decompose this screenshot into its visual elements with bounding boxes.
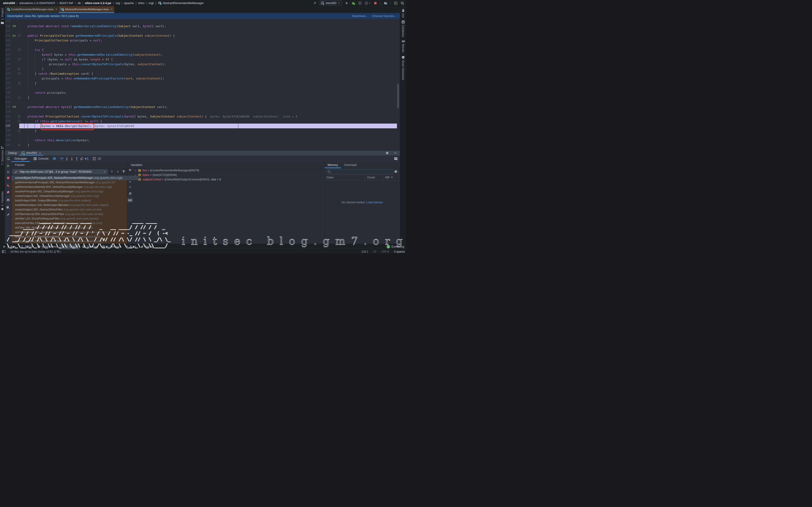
structure-icon[interactable] — [1, 146, 4, 149]
build-hammer-icon[interactable] — [312, 1, 317, 5]
drop-frame-icon[interactable] — [79, 156, 84, 161]
fold-marker-start[interactable] — [18, 72, 20, 75]
project-structure-icon[interactable] — [383, 1, 388, 5]
toolwindow-stripe-label[interactable]: 2: Favorites — [1, 191, 4, 206]
code-line-115[interactable]: 115 — [5, 19, 400, 24]
fold-marker-start[interactable] — [18, 120, 20, 123]
memory-tab-memory[interactable]: Memory — [324, 162, 341, 168]
step-into-icon[interactable] — [64, 156, 69, 161]
breadcrumb-item[interactable]: shiro — [138, 1, 144, 5]
breadcrumb-item[interactable]: apache — [124, 1, 134, 5]
close-icon[interactable]: ✕ — [39, 152, 41, 155]
frame-row[interactable]: buildWebSubject:148, WebSubject$Builder … — [11, 203, 127, 207]
hide-panel-icon[interactable] — [393, 151, 398, 156]
column-diff[interactable]: Diff — [385, 176, 393, 179]
star-icon[interactable] — [1, 207, 4, 211]
frame-row[interactable]: doFilterInternal:359, AbstractShiroFilte… — [11, 212, 127, 216]
run-button-icon[interactable] — [345, 1, 349, 5]
rerun-icon[interactable] — [5, 156, 11, 162]
frame-row[interactable]: doFilter:119, OncePerRequestFilter (org.… — [11, 234, 127, 239]
fold-marker-end[interactable] — [18, 67, 20, 70]
code-line-127[interactable]: 127 principals = this.onRememberedPrinci… — [5, 76, 400, 81]
code-line-135[interactable]: 135 protected PrincipalCollection conver… — [5, 114, 400, 119]
toolwindow-stripe-label[interactable]: Database — [401, 25, 405, 37]
profiler-icon[interactable] — [364, 1, 371, 5]
run-to-cursor-icon[interactable] — [84, 156, 89, 161]
toolwindow-stripe-label[interactable]: Ant — [401, 13, 405, 18]
code-line-130[interactable]: 130 return principals; — [5, 90, 400, 95]
breadcrumb-item[interactable]: CAbstractRememberMeManager — [158, 1, 204, 5]
toolwindow-button-services[interactable]: 8: Services — [100, 244, 123, 250]
toolwindow-button-debug[interactable]: 5: Debug — [59, 244, 80, 250]
breadcrumb-item[interactable]: lib — [78, 1, 81, 5]
code-line-133[interactable]: 133I protected abstract byte[] getRememb… — [5, 105, 400, 109]
project-folder-icon[interactable] — [1, 21, 4, 24]
frame-row[interactable]: doFilterInternal:100, RequestContextFilt… — [11, 230, 127, 234]
toolwindow-button-problems[interactable]: 6: Problems — [35, 244, 59, 250]
stop-button-icon[interactable] — [373, 1, 378, 5]
copy-value-icon[interactable] — [129, 192, 132, 195]
code-line-120[interactable]: 120 — [5, 43, 400, 48]
coverage-icon[interactable] — [358, 1, 362, 5]
resume-icon[interactable] — [5, 163, 11, 169]
run-config-selector[interactable]: shiro550 — [319, 1, 342, 5]
toolwindow-button-todo[interactable]: TODO — [18, 244, 35, 250]
fold-marker-end[interactable] — [18, 96, 20, 99]
debug-tab-console[interactable]: Console — [30, 156, 52, 162]
indent-indicator[interactable]: 4 spaces — [394, 250, 405, 253]
filter-frames-icon[interactable] — [122, 170, 125, 173]
pin-icon[interactable] — [5, 212, 11, 218]
toolwindow-stripe-label[interactable]: 1: Project — [1, 8, 4, 20]
code-line-124[interactable]: 124 principals = this.convertBytesToPrin… — [5, 62, 400, 66]
fold-marker-start[interactable] — [18, 115, 20, 118]
toolwindow-button-run[interactable]: 4: Run — [0, 244, 18, 250]
frame-row[interactable]: internalDoFilter:193, ApplicationFilterC… — [11, 221, 127, 225]
tool-window-toggle-icon[interactable] — [1, 249, 6, 254]
frame-up-icon[interactable] — [110, 170, 113, 173]
fold-marker-end[interactable] — [18, 144, 20, 147]
thread-selector[interactable]: "http-nio-8080-exec-10"@6...3 in group "… — [12, 169, 108, 174]
breadcrumb-item[interactable]: shiro-core-1.2.4.jar — [85, 1, 111, 5]
show-watches-icon[interactable] — [127, 198, 133, 203]
frame-row[interactable]: createSubject:342, DefaultSecurityManage… — [11, 194, 127, 198]
layout-settings-icon[interactable] — [97, 156, 102, 161]
add-watch-icon[interactable] — [129, 168, 132, 172]
breadcrumb-item[interactable]: BOOT-INF — [60, 1, 73, 5]
caret-position[interactable]: 124:1 — [361, 250, 368, 253]
fold-marker-end[interactable] — [18, 129, 20, 132]
choose-sources-link[interactable]: Choose Sources... — [372, 14, 397, 18]
frame-row[interactable]: getRememberedIdentity:604, DefaultSecuri… — [11, 185, 127, 189]
frame-row-hover-popup[interactable]: convertBytesToPrincipals:429, AbstractRe… — [11, 176, 138, 180]
implemented-down-gutter-icon[interactable]: I — [12, 25, 16, 28]
gear-icon[interactable] — [385, 151, 390, 156]
editor-tab-2[interactable]: CAbstractRememberMeManager.class✕ — [59, 6, 114, 13]
scroll-up-icon[interactable] — [129, 180, 132, 183]
code-line-125[interactable]: 125 } — [5, 66, 400, 71]
breadcrumb-item[interactable]: org — [115, 1, 120, 5]
column-class[interactable]: Class — [326, 176, 334, 179]
column-count[interactable]: Count — [367, 176, 375, 179]
code-line-122[interactable]: 122 byte[] bytes = this.getRememberedSer… — [5, 52, 400, 57]
toolwindow-button-spring[interactable]: Spring — [138, 244, 155, 250]
breadcrumb-item[interactable]: shirodemo-1.0-SNAPSHOT — [19, 1, 55, 5]
scroll-down-icon[interactable] — [129, 186, 132, 188]
code-line-129[interactable]: 129 — [5, 86, 400, 90]
show-execution-point-icon[interactable] — [52, 156, 57, 161]
mute-breakpoints-icon[interactable] — [5, 189, 11, 195]
code-line-139[interactable]: 139 — [5, 133, 400, 138]
toolwindow-stripe-label[interactable]: Maven — [401, 44, 405, 53]
code-line-126[interactable]: 126 } catch (RuntimeException var4) { — [5, 71, 400, 76]
frame-row[interactable]: buildSubject:846, Subject$Builder (org.a… — [11, 198, 127, 203]
variable-row[interactable]: ›pbytes = {byte[4720]@6548} — [133, 173, 324, 177]
thread-dump-icon[interactable] — [5, 197, 11, 203]
toolwindow-stripe-label[interactable]: 7: Structure — [1, 150, 4, 165]
code-line-123[interactable]: 123 if (bytes != null && bytes.length > … — [5, 57, 400, 62]
variable-row[interactable]: ›psubjectContext = {DefaultWebSubjectCon… — [133, 177, 324, 182]
restore-layout-icon[interactable] — [393, 156, 398, 161]
stop-icon[interactable] — [5, 175, 11, 181]
code-line-121[interactable]: 121 try { — [5, 48, 400, 52]
code-line-119[interactable]: 119 PrincipalCollection principals = nul… — [5, 38, 400, 43]
debug-tab-debugger[interactable]: Debugger — [11, 156, 30, 162]
code-editor[interactable]: 115116I protected abstract void remember… — [5, 19, 400, 150]
debug-session-tab[interactable]: shiro550 ✕ — [19, 151, 43, 156]
